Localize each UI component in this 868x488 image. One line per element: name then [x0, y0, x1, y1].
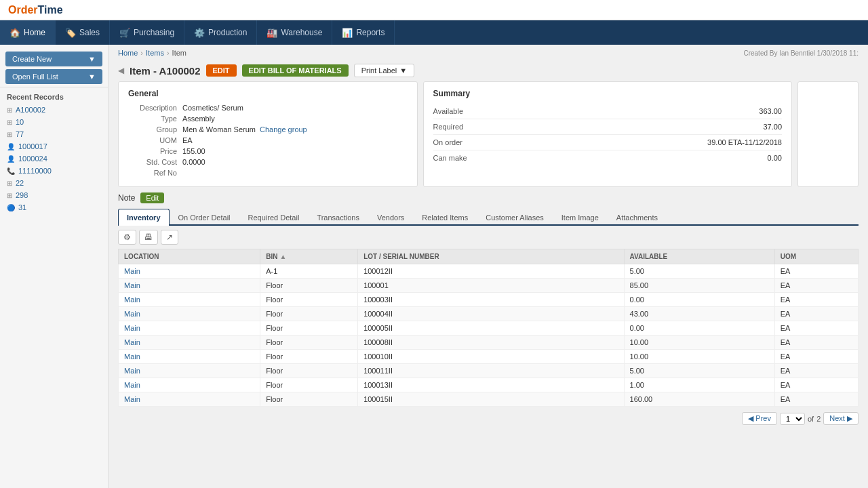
available-cell: 43.00 [624, 307, 774, 321]
available-cell: 1.00 [624, 378, 774, 392]
sidebar-item-11110000[interactable]: 📞11110000 [0, 165, 108, 177]
sidebar-item-298[interactable]: ⊞298 [0, 189, 108, 201]
tab-item-image[interactable]: Item Image [553, 209, 608, 226]
breadcrumb-home[interactable]: Home [118, 49, 138, 57]
location-cell[interactable]: Main [119, 378, 260, 392]
sidebar: Create New ▼ Open Full List ▼ Recent Rec… [0, 45, 108, 488]
location-cell[interactable]: Main [119, 336, 260, 350]
sidebar-item-31[interactable]: 🔵31 [0, 201, 108, 214]
print-label-button[interactable]: Print Label ▼ [354, 64, 414, 77]
nav-bar: 🏠Home🏷️Sales🛒Purchasing⚙️Production🏭Ware… [0, 20, 868, 45]
change-group-link[interactable]: Change group [260, 125, 307, 134]
col-header-uom: UOM [774, 249, 858, 264]
tab-transactions[interactable]: Transactions [308, 209, 368, 226]
bin-cell: A-1 [260, 264, 358, 279]
collapse-icon[interactable]: ◀ [118, 66, 124, 75]
print-tool-button[interactable]: 🖶 [139, 230, 158, 245]
available-cell: 85.00 [624, 279, 774, 293]
lot-cell: 100004II [358, 307, 624, 321]
note-edit-button[interactable]: Edit [140, 192, 164, 203]
prev-page-button[interactable]: ◀ Prev [742, 412, 777, 425]
location-cell[interactable]: Main [119, 321, 260, 336]
tab-inventory[interactable]: Inventory [118, 209, 170, 226]
uom-cell: EA [774, 321, 858, 336]
export-tool-button[interactable]: ↗ [161, 230, 178, 245]
bin-cell: Floor [260, 279, 358, 293]
col-header-bin[interactable]: BIN▲ [260, 249, 358, 264]
summary-card: Summary Available363.00Required37.00On o… [423, 81, 792, 187]
summary-row: Can make0.00 [433, 150, 782, 165]
nav-item-reports[interactable]: 📊Reports [332, 20, 395, 45]
nav-item-home[interactable]: 🏠Home [0, 20, 56, 45]
note-label: Note [118, 193, 135, 203]
uom-field: UOM EA [128, 136, 408, 144]
col-header-available: AVAILABLE [624, 249, 774, 264]
tab-customer-aliases[interactable]: Customer Aliases [477, 209, 553, 226]
summary-title: Summary [433, 89, 782, 98]
nav-item-warehouse[interactable]: 🏭Warehouse [257, 20, 332, 45]
edit-button[interactable]: EDIT [206, 64, 237, 77]
bin-cell: Floor [260, 392, 358, 407]
table-row: MainFloor100004II43.00EA [119, 307, 859, 321]
nav-item-production[interactable]: ⚙️Production [184, 20, 257, 45]
tab-attachments[interactable]: Attachments [608, 209, 667, 226]
edit-bom-button[interactable]: EDIT BILL OF MATERIALS [242, 64, 349, 77]
location-cell[interactable]: Main [119, 279, 260, 293]
sidebar-item-1000024[interactable]: 👤1000024 [0, 152, 108, 165]
bin-cell: Floor [260, 307, 358, 321]
bin-cell: Floor [260, 364, 358, 378]
nav-item-sales[interactable]: 🏷️Sales [56, 20, 110, 45]
uom-cell: EA [774, 264, 858, 279]
sidebar-item-10[interactable]: ⊞10 [0, 116, 108, 128]
note-section: Note Edit [108, 192, 868, 209]
open-full-list-button[interactable]: Open Full List ▼ [5, 69, 102, 84]
summary-rows: Available363.00Required37.00On order39.0… [433, 104, 782, 165]
lot-cell: 100013II [358, 378, 624, 392]
lot-cell: 100010II [358, 350, 624, 364]
breadcrumb-item: Item [172, 49, 186, 57]
cards-area: General Description Cosmetics/ Serum Typ… [108, 81, 868, 192]
created-by: Created By Ian Benntiel 1/30/2018 11: [743, 49, 859, 57]
sidebar-item-22[interactable]: ⊞22 [0, 177, 108, 189]
location-cell[interactable]: Main [119, 307, 260, 321]
table-row: MainA-1100012II5.00EA [119, 264, 859, 279]
table-row: MainFloor100003II0.00EA [119, 293, 859, 307]
location-cell[interactable]: Main [119, 350, 260, 364]
tab-related-items[interactable]: Related Items [413, 209, 477, 226]
breadcrumb: Home › Items › Item Created By Ian Bennt… [108, 45, 868, 61]
table-row: MainFloor100008II10.00EA [119, 336, 859, 350]
location-cell[interactable]: Main [119, 392, 260, 407]
location-cell[interactable]: Main [119, 264, 260, 279]
sidebar-item-77[interactable]: ⊞77 [0, 128, 108, 140]
app-layout: Create New ▼ Open Full List ▼ Recent Rec… [0, 45, 868, 488]
dropdown-arrow-icon: ▼ [399, 66, 407, 75]
bin-cell: Floor [260, 336, 358, 350]
sidebar-item-a100002[interactable]: ⊞A100002 [0, 104, 108, 116]
bin-cell: Floor [260, 321, 358, 336]
tabs-section: InventoryOn Order DetailRequired DetailT… [108, 209, 868, 430]
bin-cell: Floor [260, 350, 358, 364]
sidebar-item-1000017[interactable]: 👤1000017 [0, 140, 108, 152]
table-row: MainFloor100015II160.00EA [119, 392, 859, 407]
ref-no-field: Ref No [128, 169, 408, 177]
next-page-button[interactable]: Next ▶ [823, 412, 859, 425]
table-row: MainFloor100013II1.00EA [119, 378, 859, 392]
table-row: MainFloor10000185.00EA [119, 279, 859, 293]
breadcrumb-items[interactable]: Items [146, 49, 164, 57]
of-text: of [808, 415, 814, 423]
item-header: ◀ Item - A100002 EDIT EDIT BILL OF MATER… [108, 61, 868, 81]
bin-cell: Floor [260, 293, 358, 307]
nav-item-purchasing[interactable]: 🛒Purchasing [110, 20, 184, 45]
logo-bar: OrderTime [0, 0, 868, 20]
description-field: Description Cosmetics/ Serum [128, 104, 408, 112]
uom-cell: EA [774, 307, 858, 321]
create-new-button[interactable]: Create New ▼ [5, 52, 102, 66]
tab-vendors[interactable]: Vendors [368, 209, 413, 226]
location-cell[interactable]: Main [119, 364, 260, 378]
col-header-lot-serial-number: LOT / SERIAL NUMBER [358, 249, 624, 264]
tab-required-detail[interactable]: Required Detail [239, 209, 309, 226]
settings-tool-button[interactable]: ⚙ [118, 230, 136, 245]
tab-on-order-detail[interactable]: On Order Detail [170, 209, 239, 226]
location-cell[interactable]: Main [119, 293, 260, 307]
page-select[interactable]: 1 2 [780, 413, 805, 425]
